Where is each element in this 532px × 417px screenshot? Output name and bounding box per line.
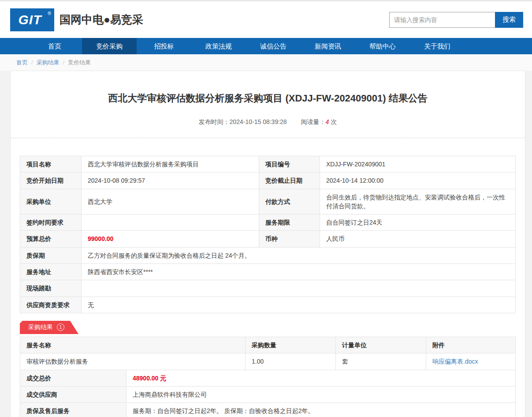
table-row: 成交供应商 上海商鼎软件科技有限公司 — [20, 386, 516, 402]
table-row: 签约时间要求 服务期限 自合同签订之日24天 — [20, 214, 516, 231]
attachment-link[interactable]: 响应偏离表.docx — [432, 358, 478, 365]
field-value: XDJJ-FW-202409001 — [320, 156, 516, 173]
breadcrumb-current: 竞价结果 — [68, 59, 91, 67]
project-info-table: 项目名称 西北大学审核评估数据分析服务采购项目 项目编号 XDJJ-FW-202… — [20, 156, 516, 313]
views-unit: 次 — [331, 118, 337, 125]
field-value: 2024-10-14 12:00:00 — [320, 173, 516, 189]
nav-item-policy[interactable]: 政策法规 — [191, 38, 246, 54]
table-row: 竞价开始日期 2024-10-08 09:29:57 竞价截止日期 2024-1… — [20, 173, 516, 189]
breadcrumb: 首页 / 采购结果 / 竞价结果 — [0, 54, 532, 71]
main-nav: 首页 竞价采购 招投标 政策法规 诚信公告 新闻资讯 帮助中心 关于我们 — [0, 38, 532, 54]
views-label: 阅读量： — [301, 118, 326, 125]
field-label: 服务地址 — [20, 264, 82, 280]
field-value: 西北大学审核评估数据分析服务采购项目 — [82, 156, 259, 173]
quantity-cell: 1.00 — [246, 353, 336, 370]
breadcrumb-separator: / — [31, 59, 33, 66]
search-input[interactable] — [389, 12, 495, 28]
field-value: 西北大学 — [82, 189, 259, 214]
table-row: 质保及售后服务 服务期：自合同签订之日起2年。 质保期：自验收合格之日起2年。 — [20, 403, 516, 417]
nav-item-home[interactable]: 首页 — [27, 38, 82, 54]
service-name-cell: 审核评估数据分析服务 — [20, 353, 246, 370]
column-header-quantity: 采购数量 — [246, 337, 336, 353]
field-label: 现场踏勘 — [20, 280, 82, 297]
field-value — [82, 280, 516, 297]
deal-total-price-value: 48900.00 元 — [126, 370, 516, 386]
purchase-result-tag: 采购结果 1 — [20, 321, 78, 334]
unit-cell: 套 — [336, 353, 426, 370]
announcement-meta: 发布时间：2024-10-15 08:39:28 阅读量：4次 — [28, 118, 507, 126]
table-header-row: 服务名称 采购数量 计量单位 附件 — [20, 337, 516, 353]
column-header-service-name: 服务名称 — [20, 337, 246, 353]
publish-time-value: 2024-10-15 08:39:28 — [230, 118, 287, 125]
field-label: 供应商资质要求 — [20, 297, 82, 313]
purchase-result-tag-label: 采购结果 — [28, 323, 53, 331]
field-value — [82, 214, 259, 231]
nav-item-tender[interactable]: 招投标 — [137, 38, 191, 54]
table-row: 预算总价 99000.00 币种 人民币 — [20, 231, 516, 247]
search-button[interactable]: 搜索 — [495, 12, 523, 28]
breadcrumb-home-link[interactable]: 首页 — [16, 59, 28, 67]
main-content: 西北大学审核评估数据分析服务采购项目 (XDJJ-FW-202409001) 结… — [0, 71, 532, 417]
registered-trademark-icon: ® — [48, 11, 51, 16]
field-label: 签约时间要求 — [20, 214, 82, 231]
table-row: 采购单位 西北大学 付款方式 合同生效后，待货物到达指定地点、安装调试验收合格后… — [20, 189, 516, 214]
field-value: 陕西省西安市长安区**** — [82, 264, 516, 280]
nav-item-help-center[interactable]: 帮助中心 — [355, 38, 410, 54]
attachment-cell: 响应偏离表.docx — [426, 353, 516, 370]
field-value: 合同生效后，待货物到达指定地点、安装调试验收合格后，一次性付清合同货款。 — [320, 189, 516, 214]
page-title: 西北大学审核评估数据分析服务采购项目 (XDJJ-FW-202409001) 结… — [28, 92, 507, 105]
column-header-attachment: 附件 — [426, 337, 516, 353]
budget-total-value: 99000.00 — [82, 231, 259, 247]
field-label: 服务期限 — [259, 214, 320, 231]
logo-text: GIT — [19, 12, 46, 27]
field-label: 竞价开始日期 — [20, 173, 82, 189]
field-label: 质保期 — [20, 247, 82, 263]
table-row: 服务地址 陕西省西安市长安区**** — [20, 264, 516, 280]
table-row: 供应商资质要求 无 — [20, 297, 516, 313]
purchase-result-table: 服务名称 采购数量 计量单位 附件 审核评估数据分析服务 1.00 套 响应偏离… — [20, 337, 516, 417]
field-label: 成交总价 — [20, 370, 126, 386]
views-group: 阅读量：4次 — [301, 118, 337, 125]
publish-time-label: 发布时间： — [199, 118, 230, 125]
table-row: 项目名称 西北大学审核评估数据分析服务采购项目 项目编号 XDJJ-FW-202… — [20, 156, 516, 173]
table-row: 质保期 乙方对合同服务的质量保证期为验收合格后之日起 24个月。 — [20, 247, 516, 263]
search-area: 搜索 — [389, 12, 523, 28]
nav-item-bidding-purchase[interactable]: 竞价采购 — [82, 38, 137, 54]
announcement-title-block: 西北大学审核评估数据分析服务采购项目 (XDJJ-FW-202409001) 结… — [11, 71, 525, 138]
nav-item-about-us[interactable]: 关于我们 — [410, 38, 465, 54]
column-header-unit: 计量单位 — [336, 337, 426, 353]
field-label: 付款方式 — [259, 189, 320, 214]
field-value: 人民币 — [320, 231, 516, 247]
field-value: 乙方对合同服务的质量保证期为验收合格后之日起 24个月。 — [82, 247, 516, 263]
field-label: 竞价截止日期 — [259, 173, 320, 189]
nav-item-news[interactable]: 新闻资讯 — [301, 38, 355, 54]
field-label: 币种 — [259, 231, 320, 247]
table-row: 成交总价 48900.00 元 — [20, 370, 516, 386]
field-label: 项目编号 — [259, 156, 320, 173]
field-label: 质保及售后服务 — [20, 403, 126, 417]
warranty-service-value: 服务期：自合同签订之日起2年。 质保期：自验收合格之日起2年。 — [126, 403, 516, 417]
breadcrumb-purchase-result-link[interactable]: 采购结果 — [37, 59, 60, 67]
breadcrumb-separator: / — [63, 59, 65, 66]
announcement-card: 西北大学审核评估数据分析服务采购项目 (XDJJ-FW-202409001) 结… — [10, 71, 525, 417]
result-count-badge: 1 — [57, 323, 64, 331]
field-label: 成交供应商 — [20, 386, 126, 402]
announcement-body: 项目名称 西北大学审核评估数据分析服务采购项目 项目编号 XDJJ-FW-202… — [11, 138, 525, 417]
supplier-value: 上海商鼎软件科技有限公司 — [126, 386, 516, 402]
nav-item-integrity-notice[interactable]: 诚信公告 — [246, 38, 301, 54]
table-row: 审核评估数据分析服务 1.00 套 响应偏离表.docx — [20, 353, 516, 370]
field-label: 项目名称 — [20, 156, 82, 173]
field-label: 采购单位 — [20, 189, 82, 214]
site-logo[interactable]: GIT ® — [10, 8, 54, 31]
site-header: GIT ® 国网中电●易竞采 搜索 — [0, 1, 532, 38]
views-count: 4 — [326, 118, 329, 125]
field-value: 无 — [82, 297, 516, 313]
table-row: 现场踏勘 — [20, 280, 516, 297]
field-label: 预算总价 — [20, 231, 82, 247]
field-value: 自合同签订之日24天 — [320, 214, 516, 231]
publish-time-group: 发布时间：2024-10-15 08:39:28 — [199, 118, 287, 125]
brand-title: 国网中电●易竞采 — [60, 12, 143, 27]
field-value: 2024-10-08 09:29:57 — [82, 173, 259, 189]
